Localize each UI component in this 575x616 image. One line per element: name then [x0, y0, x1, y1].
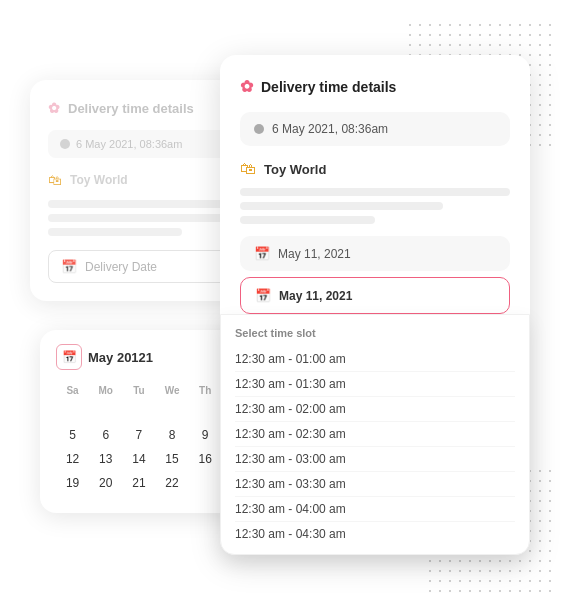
time-slot-5[interactable]: 12:30 am - 03:30 am [235, 472, 515, 497]
time-slot-7[interactable]: 12:30 am - 04:30 am [235, 522, 515, 546]
cal-day-16[interactable]: 16 [189, 447, 222, 471]
cal-day-9[interactable]: 9 [189, 423, 222, 447]
time-slot-3[interactable]: 12:30 am - 02:30 am [235, 422, 515, 447]
gear-icon-front: ✿ [240, 77, 253, 96]
front-time-row: 6 May 2021, 08:36am [240, 112, 510, 146]
cal-day-7[interactable]: 7 [122, 423, 155, 447]
calendar-icon-header: 📅 [56, 344, 82, 370]
cal-day-14[interactable]: 14 [122, 447, 155, 471]
cal-day-15[interactable]: 15 [155, 447, 188, 471]
gear-icon-back: ✿ [48, 100, 60, 116]
front-card-title: ✿ Delivery time details [240, 77, 510, 96]
cal-day-6[interactable]: 6 [89, 423, 122, 447]
cal-day-13[interactable]: 13 [89, 447, 122, 471]
time-slot-4[interactable]: 12:30 am - 03:00 am [235, 447, 515, 472]
calendar-icon-inactive: 📅 [254, 246, 270, 261]
date-field-active[interactable]: 📅 May 11, 2021 [240, 277, 510, 314]
day-header-th: Th [189, 382, 222, 399]
clock-icon-back [60, 139, 70, 149]
time-slot-0[interactable]: 12:30 am - 01:00 am [235, 347, 515, 372]
cal-day-20[interactable]: 20 [89, 471, 122, 495]
cal-day-22[interactable]: 22 [155, 471, 188, 495]
placeholder-line-3 [48, 228, 182, 236]
day-header-tu: Tu [122, 382, 155, 399]
dropdown-label: Select time slot [235, 327, 515, 339]
calendar-month: May 20121 [88, 350, 153, 365]
cal-day-8[interactable]: 8 [155, 423, 188, 447]
placeholder-front-1 [240, 188, 510, 196]
time-slot-dropdown: Select time slot 12:30 am - 01:00 am 12:… [220, 314, 530, 555]
front-toy-world-row: 🛍 Toy World [240, 160, 510, 178]
time-slot-1[interactable]: 12:30 am - 01:30 am [235, 372, 515, 397]
day-header-mo: Mo [89, 382, 122, 399]
placeholder-line-2 [48, 214, 227, 222]
day-header-we: We [155, 382, 188, 399]
calendar-icon-back: 📅 [61, 259, 77, 274]
cal-day-21[interactable]: 21 [122, 471, 155, 495]
time-slot-6[interactable]: 12:30 am - 04:00 am [235, 497, 515, 522]
date-field-inactive[interactable]: 📅 May 11, 2021 [240, 236, 510, 271]
time-slot-2[interactable]: 12:30 am - 02:00 am [235, 397, 515, 422]
cal-day-5[interactable]: 5 [56, 423, 89, 447]
placeholder-front-3 [240, 216, 375, 224]
day-header-sa: Sa [56, 382, 89, 399]
cal-day-19[interactable]: 19 [56, 471, 89, 495]
clock-icon-front [254, 124, 264, 134]
bag-icon-front: 🛍 [240, 160, 256, 178]
bag-icon-back: 🛍 [48, 172, 62, 188]
placeholder-front-2 [240, 202, 443, 210]
card-front: ✿ Delivery time details 6 May 2021, 08:3… [220, 55, 530, 555]
cal-day-12[interactable]: 12 [56, 447, 89, 471]
calendar-icon-active: 📅 [255, 288, 271, 303]
